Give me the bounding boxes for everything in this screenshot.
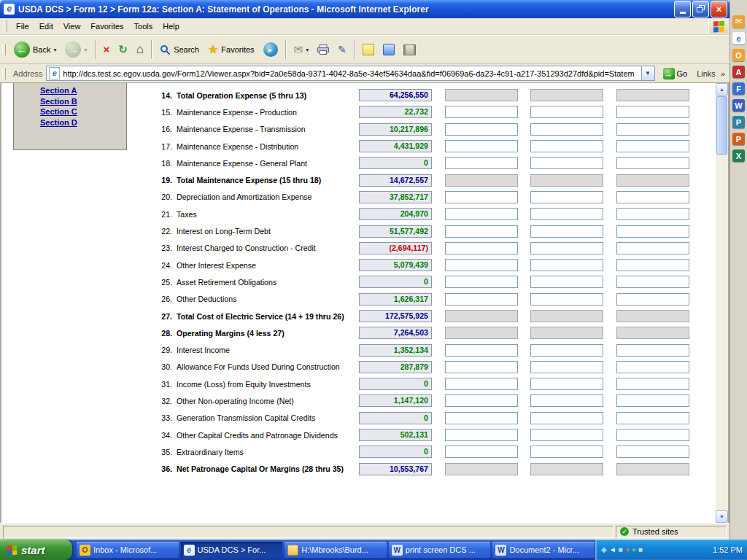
row-input-col2[interactable] <box>445 344 518 357</box>
restore-button[interactable] <box>692 1 709 18</box>
row-input-col2[interactable] <box>445 106 518 118</box>
row-value-field[interactable]: 10,553,767 <box>359 463 432 475</box>
taskbar-task[interactable]: eUSDA DCS > For... <box>181 542 283 558</box>
excel-shortcut-icon[interactable]: X <box>732 149 745 162</box>
search-button[interactable]: Search <box>155 42 204 58</box>
row-input-col3[interactable] <box>530 191 603 203</box>
publisher-shortcut-icon[interactable]: P <box>732 116 745 128</box>
row-value-field[interactable]: 1,147,120 <box>359 394 432 407</box>
taskbar-task[interactable]: H:\Mbrooks\Burd... <box>285 542 387 558</box>
row-input-col2[interactable] <box>445 361 518 373</box>
row-value-field[interactable]: 1,352,134 <box>359 344 432 357</box>
media-button[interactable]: ▸ <box>259 39 282 60</box>
row-value-field[interactable]: 37,852,717 <box>359 191 432 203</box>
row-input-col4[interactable] <box>616 242 689 254</box>
row-input-col4[interactable] <box>616 276 689 288</box>
browser-shortcut-icon[interactable]: e <box>732 32 745 44</box>
row-value-field[interactable]: 14,672,557 <box>359 174 432 187</box>
row-value-field[interactable]: 0 <box>359 412 432 424</box>
row-input-col4[interactable] <box>616 208 689 220</box>
forward-button[interactable]: → ▾ <box>61 39 91 61</box>
section-a-link[interactable]: Section A <box>40 85 126 96</box>
research-button[interactable] <box>399 42 420 58</box>
start-button[interactable]: start <box>0 540 72 560</box>
row-input-col2[interactable] <box>445 412 518 424</box>
row-input-col4[interactable] <box>616 191 689 203</box>
row-input-col3[interactable] <box>530 259 603 271</box>
row-input-col3[interactable] <box>530 344 603 357</box>
row-input-col4[interactable] <box>616 344 689 357</box>
row-input-col3[interactable] <box>530 361 603 373</box>
row-input-col4[interactable] <box>616 446 689 458</box>
scroll-up-button[interactable]: ▲ <box>716 83 728 96</box>
row-input-col4[interactable] <box>616 293 689 306</box>
discuss-button[interactable] <box>358 41 379 58</box>
mail-dropdown-icon[interactable]: ▾ <box>306 47 309 53</box>
tray-volume-icon[interactable]: ◄ <box>609 545 616 554</box>
row-input-col2[interactable] <box>445 242 518 254</box>
row-value-field[interactable]: 0 <box>359 446 432 458</box>
row-input-col3[interactable] <box>530 394 603 407</box>
row-value-field[interactable]: 5,079,439 <box>359 259 432 271</box>
row-value-field[interactable]: 7,264,503 <box>359 327 432 339</box>
row-input-col3[interactable] <box>530 293 603 306</box>
row-input-col2[interactable] <box>445 140 518 152</box>
powerpoint-shortcut-icon[interactable]: P <box>732 133 745 145</box>
access-shortcut-icon[interactable]: A <box>732 66 745 78</box>
links-label[interactable]: Links <box>695 69 717 78</box>
row-input-col4[interactable] <box>616 157 689 169</box>
row-value-field[interactable]: (2,694,117) <box>359 242 432 254</box>
row-value-field[interactable]: 51,577,492 <box>359 225 432 238</box>
row-input-col2[interactable] <box>445 429 518 441</box>
row-input-col4[interactable] <box>616 429 689 441</box>
menu-file[interactable]: File <box>11 20 34 33</box>
vertical-scrollbar[interactable]: ▲ ▼ <box>716 83 728 523</box>
row-input-col3[interactable] <box>530 106 603 118</box>
address-input[interactable]: e http://dcs.test.sc.egov.usda.gov/Form1… <box>46 66 654 81</box>
back-dropdown-icon[interactable]: ▾ <box>53 47 56 53</box>
row-input-col2[interactable] <box>445 378 518 390</box>
scroll-thumb[interactable] <box>716 96 727 155</box>
row-input-col3[interactable] <box>530 429 603 441</box>
address-url[interactable]: http://dcs.test.sc.egov.usda.gov/Form12/… <box>63 69 640 78</box>
row-value-field[interactable]: 287,879 <box>359 361 432 373</box>
row-input-col4[interactable] <box>616 361 689 373</box>
tray-update-icon[interactable]: ● <box>632 545 636 554</box>
menu-help[interactable]: Help <box>158 20 185 33</box>
row-input-col3[interactable] <box>530 242 603 254</box>
section-d-link[interactable]: Section D <box>40 117 126 128</box>
home-button[interactable]: ⌂ <box>132 41 148 58</box>
outlook-shortcut-icon[interactable]: O <box>732 49 745 61</box>
row-input-col3[interactable] <box>530 276 603 288</box>
row-input-col2[interactable] <box>445 191 518 203</box>
close-button[interactable]: × <box>711 1 727 18</box>
scroll-down-button[interactable]: ▼ <box>716 510 728 523</box>
row-input-col2[interactable] <box>445 225 518 238</box>
mail-button[interactable]: ✉ ▾ <box>290 41 314 58</box>
links-chevron-icon[interactable]: » <box>721 69 727 78</box>
row-value-field[interactable]: 0 <box>359 378 432 390</box>
menu-view[interactable]: View <box>58 20 86 33</box>
mail-shortcut-icon[interactable]: ✉ <box>732 15 745 28</box>
stop-button[interactable]: × <box>99 41 115 58</box>
tray-antivirus-icon[interactable]: ● <box>625 545 630 554</box>
section-b-link[interactable]: Section B <box>40 96 126 107</box>
row-input-col3[interactable] <box>530 225 603 238</box>
row-input-col2[interactable] <box>445 394 518 407</box>
favorites-button[interactable]: ★ Favorites <box>204 41 259 58</box>
address-dropdown-button[interactable]: ▼ <box>641 66 654 80</box>
row-input-col2[interactable] <box>445 123 518 136</box>
row-input-col4[interactable] <box>616 394 689 407</box>
menu-tools[interactable]: Tools <box>129 20 158 33</box>
row-input-col3[interactable] <box>530 446 603 458</box>
row-input-col4[interactable] <box>616 140 689 152</box>
row-value-field[interactable]: 0 <box>359 157 432 169</box>
tray-network-icon[interactable]: ■ <box>619 545 623 554</box>
edit-button[interactable]: ✎ <box>333 41 351 58</box>
section-c-link[interactable]: Section C <box>40 106 126 117</box>
print-button[interactable] <box>313 42 333 58</box>
row-value-field[interactable]: 0 <box>359 276 432 288</box>
row-value-field[interactable]: 204,970 <box>359 208 432 220</box>
row-input-col4[interactable] <box>616 106 689 118</box>
row-value-field[interactable]: 4,431,929 <box>359 140 432 152</box>
